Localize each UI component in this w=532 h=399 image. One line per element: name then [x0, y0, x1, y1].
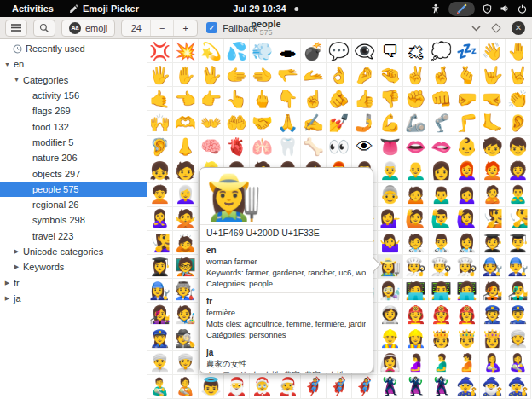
sidebar-item-categories[interactable]: ▼Categories — [0, 72, 147, 88]
clock[interactable]: Jul 29 10:34 — [233, 3, 286, 14]
emoji-cell[interactable]: 👨‍🍳 — [429, 255, 454, 279]
sidebar-item-travel-223[interactable]: travel 223 — [0, 228, 147, 244]
emoji-cell[interactable]: 👃 — [173, 136, 199, 159]
emoji-cell[interactable]: 🤚 — [506, 39, 531, 63]
emoji-cell[interactable]: 🧑‍🏫 — [173, 255, 199, 279]
emoji-cell[interactable]: 👩 — [429, 159, 454, 183]
emoji-cell[interactable]: 💪 — [378, 111, 403, 135]
emoji-cell[interactable]: 🤰 — [403, 351, 429, 375]
emoji-cell[interactable]: 👩‍🍳 — [454, 255, 480, 279]
emoji-cell[interactable]: 👊 — [429, 87, 454, 111]
menu-button[interactable] — [5, 20, 27, 37]
emoji-cell[interactable]: 🗨 — [378, 39, 403, 63]
emoji-cell[interactable]: 🫴 — [301, 63, 327, 87]
emoji-cell[interactable]: 🦸‍♂️ — [327, 375, 352, 399]
emoji-cell[interactable]: 👂 — [506, 111, 531, 135]
emoji-cell[interactable]: 👰‍♀️ — [378, 351, 403, 375]
emoji-cell[interactable]: 👨‍⚕️ — [429, 231, 454, 255]
emoji-cell[interactable]: 🫱 — [224, 63, 250, 87]
emoji-cell[interactable]: 🤟 — [480, 63, 506, 87]
emoji-cell[interactable]: 👩‍🦳 — [173, 183, 199, 207]
emoji-cell[interactable]: 👨‍🎓 — [506, 231, 531, 255]
emoji-cell[interactable]: 👎 — [378, 87, 403, 111]
app-indicator-pill[interactable] — [448, 2, 475, 16]
emoji-cell[interactable]: 🖖 — [199, 63, 224, 87]
increase-size-button[interactable]: + — [174, 20, 197, 36]
expander-right-icon[interactable]: ▶ — [13, 263, 20, 270]
sidebar-item-modifier-5[interactable]: modifier 5 — [0, 135, 147, 150]
emoji-cell[interactable]: 🤱 — [480, 351, 506, 375]
emoji-cell[interactable]: 🦶 — [480, 111, 506, 135]
emoji-cell[interactable]: 👏 — [506, 87, 531, 111]
power-icon[interactable] — [518, 4, 527, 14]
activities-button[interactable]: Activities — [9, 3, 57, 14]
emoji-cell[interactable]: 👌 — [327, 63, 352, 87]
emoji-cell[interactable]: ✌ — [403, 63, 429, 87]
emoji-cell[interactable]: 👩‍💻 — [454, 279, 480, 303]
sidebar-item-symbols-298[interactable]: symbols 298 — [0, 212, 147, 228]
emoji-cell[interactable]: 🙍‍♂️ — [429, 183, 454, 207]
expander-down-icon[interactable]: ▼ — [3, 61, 11, 67]
emoji-cell[interactable]: 👩‍🚒 — [454, 303, 480, 327]
emoji-cell[interactable]: 👨‍🦳 — [378, 159, 403, 183]
sidebar-item-fr[interactable]: ▶fr — [0, 275, 147, 290]
emoji-cell[interactable]: 💤 — [454, 39, 480, 63]
emoji-cell[interactable]: 👄 — [403, 136, 429, 159]
emoji-cell[interactable]: 🗯 — [403, 39, 429, 63]
sidebar-item-activity-156[interactable]: activity 156 — [0, 88, 147, 103]
emoji-cell[interactable]: 👁️‍🗨️ — [352, 39, 378, 63]
emoji-cell[interactable]: 👳 — [506, 327, 531, 351]
emoji-cell[interactable]: 🙎‍♀️ — [147, 207, 173, 231]
emoji-cell[interactable]: 🤘 — [506, 63, 531, 87]
emoji-cell[interactable]: 🧠 — [199, 136, 224, 159]
emoji-cell[interactable]: 🎅 — [224, 375, 250, 399]
emoji-cell[interactable]: 👩‍🍼 — [506, 351, 531, 375]
emoji-cell[interactable]: 👨‍🦲 — [403, 159, 429, 183]
app-menu-button[interactable]: Emoji Picker — [69, 3, 139, 14]
emoji-cell[interactable]: 🦹 — [378, 375, 403, 399]
emoji-cell[interactable]: ✍ — [301, 111, 327, 135]
emoji-cell[interactable]: 🫁 — [250, 136, 275, 159]
emoji-cell[interactable]: 🤞 — [429, 63, 454, 87]
emoji-cell[interactable]: 🦾 — [403, 111, 429, 135]
emoji-cell[interactable]: 👧 — [147, 159, 173, 183]
emoji-cell[interactable]: 🤝 — [250, 111, 275, 135]
expander-right-icon[interactable]: ▶ — [13, 248, 20, 255]
emoji-cell[interactable]: 👆 — [224, 87, 250, 111]
emoji-cell[interactable]: 🤲 — [224, 111, 250, 135]
emoji-cell[interactable]: 🧏 — [480, 207, 506, 231]
emoji-cell[interactable]: 🕳 — [275, 39, 301, 63]
emoji-cell[interactable]: 🤌 — [352, 63, 378, 87]
emoji-cell[interactable]: 👩‍🌾 — [378, 255, 403, 279]
emoji-cell[interactable]: 👩‍🔧 — [147, 279, 173, 303]
emoji-cell[interactable]: 👨‍🎤 — [506, 279, 531, 303]
emoji-cell[interactable]: 🧑‍🍳 — [403, 255, 429, 279]
emoji-cell[interactable]: 🧑‍🦱 — [147, 183, 173, 207]
emoji-cell[interactable]: 👼 — [199, 375, 224, 399]
sidebar-item-flags-269[interactable]: flags 269 — [0, 103, 147, 119]
emoji-cell[interactable]: 👩‍🚀 — [378, 303, 403, 327]
emoji-cell[interactable]: 🙌 — [147, 111, 173, 135]
emoji-cell[interactable]: 👩‍🔬 — [378, 279, 403, 303]
emoji-cell[interactable]: 🧑‍🎄 — [275, 375, 301, 399]
emoji-cell[interactable]: 🧑‍🍼 — [173, 375, 199, 399]
emoji-cell[interactable]: 👶 — [454, 136, 480, 159]
emoji-cell[interactable]: 🤛 — [454, 87, 480, 111]
sidebar-item-nature-206[interactable]: nature 206 — [0, 150, 147, 165]
sidebar-item-objects-297[interactable]: objects 297 — [0, 165, 147, 181]
emoji-cell[interactable]: 👨‍🍼 — [147, 375, 173, 399]
emoji-cell[interactable]: 🙏 — [275, 111, 301, 135]
emoji-cell[interactable]: 🙇 — [173, 231, 199, 255]
emoji-cell[interactable]: 💫 — [199, 39, 224, 63]
emoji-cell[interactable]: 👷‍♀️ — [403, 327, 429, 351]
privacy-shield-icon[interactable] — [483, 4, 492, 14]
emoji-cell[interactable]: 🫵 — [327, 87, 352, 111]
emoji-cell[interactable]: 💬 — [327, 39, 352, 63]
emoji-cell[interactable]: 👩‍🦰 — [454, 159, 480, 183]
emoji-cell[interactable]: 👍 — [352, 87, 378, 111]
emoji-cell[interactable]: 🤳 — [352, 111, 378, 135]
expander-down-icon[interactable]: ▼ — [13, 77, 20, 83]
accessibility-icon[interactable] — [431, 3, 441, 14]
emoji-cell[interactable]: 🙎 — [480, 183, 506, 207]
emoji-cell[interactable]: 🧙‍♂️ — [480, 375, 506, 399]
